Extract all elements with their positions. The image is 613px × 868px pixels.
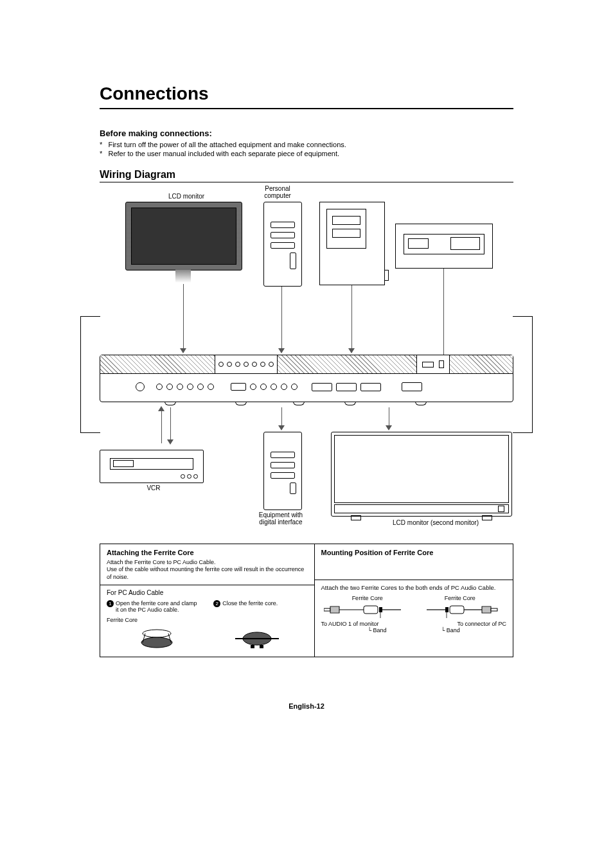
dvd-player-icon <box>395 224 493 269</box>
page-title: Connections <box>100 84 513 104</box>
ferrite-left-title: Attaching the Ferrite Core <box>107 549 308 556</box>
step1-text: Open the ferrite core and clamp it on th… <box>116 600 200 613</box>
svg-rect-9 <box>379 607 382 612</box>
digital-interface-icon <box>263 432 302 510</box>
svg-point-1 <box>141 637 172 648</box>
to-pc-label: To connector of PC <box>457 621 506 627</box>
ferrite-note: Attach the Ferrite Core to PC Audio Cabl… <box>107 559 308 581</box>
title-rule <box>100 108 513 109</box>
ferrite-sub: For PC Audio Cable <box>107 589 308 596</box>
wiring-title: Wiring Diagram <box>100 169 513 181</box>
svg-rect-6 <box>330 607 339 613</box>
svg-rect-13 <box>445 607 449 612</box>
svg-rect-17 <box>482 607 491 613</box>
bullet: * First turn off the power of all the at… <box>100 141 513 148</box>
band-label: Band <box>373 627 387 633</box>
step-number-icon: 2 <box>213 600 220 607</box>
vcr-icon <box>100 450 204 483</box>
pc-tower-icon <box>263 202 302 287</box>
label-secmon: LCD monitor (second monitor) <box>381 519 490 526</box>
pc-desktop-icon <box>319 202 385 285</box>
step-number-icon: 1 <box>107 600 114 607</box>
ferrite-panel: Attaching the Ferrite Core Attach the Fe… <box>100 544 513 657</box>
wiring-diagram: LCD monitor Personal computer DVD player… <box>100 188 513 535</box>
svg-rect-4 <box>260 645 263 648</box>
ferrite-core-label: Ferrite Core <box>107 617 308 623</box>
wiring-rule <box>100 182 513 182</box>
second-monitor-icon <box>331 432 512 517</box>
svg-rect-8 <box>364 606 378 614</box>
svg-rect-3 <box>251 645 254 648</box>
to-audio-label: To AUDIO 1 of monitor <box>321 621 379 627</box>
ferrite-core-label: Ferrite Core <box>352 595 383 601</box>
ferrite-right-title: Mounting Position of Ferrite Core <box>321 549 506 556</box>
svg-point-0 <box>143 630 171 637</box>
step2-text: Close the ferrite core. <box>222 600 278 607</box>
monitor-rear-panel-icon <box>100 355 513 402</box>
svg-rect-5 <box>324 608 330 611</box>
lcd-base-icon <box>175 270 191 283</box>
label-digital: Equipment with digital interface <box>249 511 313 526</box>
ferrite-left-col: Attaching the Ferrite Core Attach the Fe… <box>100 544 315 657</box>
ferrite-core-label: Ferrite Core <box>445 595 475 601</box>
bullet: * Refer to the user manual included with… <box>100 150 513 157</box>
ferrite-open-close-icons <box>107 627 308 650</box>
label-lcd: LCD monitor <box>161 193 212 200</box>
before-heading: Before making connections: <box>100 128 513 138</box>
svg-rect-18 <box>491 608 497 611</box>
svg-rect-15 <box>450 606 464 614</box>
ferrite-right-col: Mounting Position of Ferrite Core Attach… <box>315 544 513 657</box>
ferrite-attach-text: Attach the two Ferrite Cores to the both… <box>321 584 506 591</box>
label-vcr: VCR <box>141 484 166 492</box>
page-number: English-12 <box>100 702 513 710</box>
ferrite-cable-icon <box>321 603 506 618</box>
band-label: Band <box>447 627 460 633</box>
label-pc: Personal computer <box>258 185 297 199</box>
lcd-monitor-icon <box>125 202 242 270</box>
